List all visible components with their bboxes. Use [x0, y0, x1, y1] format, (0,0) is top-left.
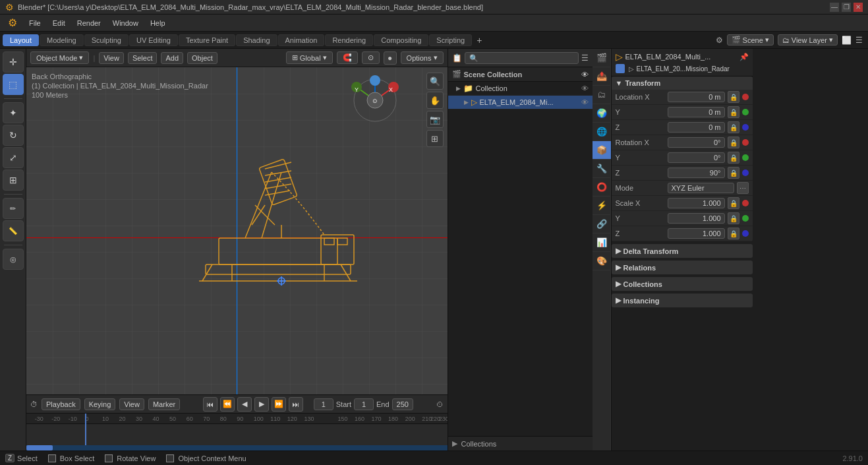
cursor-tool[interactable]: ✛	[3, 51, 24, 73]
select-menu[interactable]: Select	[128, 52, 158, 64]
play-reverse-button[interactable]: ◀	[237, 397, 252, 412]
viewport-canvas[interactable]: Back Orthographic (1) Collection | ELTA_…	[26, 67, 448, 394]
jump-end-button[interactable]: ⏭	[289, 397, 303, 412]
menu-window[interactable]: Window	[107, 18, 144, 28]
scene-properties-tab[interactable]: 🌍	[593, 104, 611, 123]
transform-tool[interactable]: ⊞	[3, 170, 24, 191]
titlebar-controls[interactable]: — ❐ ✕	[830, 3, 863, 12]
rotation-z-value[interactable]: 90°	[668, 168, 725, 178]
scale-x-lock[interactable]: 🔒	[728, 197, 739, 209]
scene-selector[interactable]: 🎬 Scene ▾	[727, 34, 774, 46]
tab-uv-editing[interactable]: UV Editing	[129, 34, 178, 46]
collection-visibility-icon[interactable]: 👁	[581, 84, 589, 92]
tab-scripting[interactable]: Scripting	[429, 34, 472, 46]
options-button[interactable]: Options ▾	[401, 51, 444, 64]
camera-view-tool[interactable]: 📷	[426, 111, 444, 128]
mode-extra[interactable]: ⋯	[737, 182, 749, 194]
play-button[interactable]: ▶	[254, 397, 269, 412]
select-tool[interactable]: ⬚	[3, 74, 24, 95]
world-properties-tab[interactable]: 🌐	[593, 123, 611, 141]
scale-z-lock[interactable]: 🔒	[728, 228, 739, 239]
add-menu[interactable]: Add	[161, 52, 183, 64]
object-menu[interactable]: Object	[187, 52, 217, 64]
measure-tool[interactable]: 📏	[3, 220, 24, 241]
modifier-properties-tab[interactable]: 🔧	[593, 160, 611, 178]
timeline-scroll-bar[interactable]	[26, 445, 448, 450]
transform-section-header[interactable]: ▼ Transform	[612, 77, 753, 90]
viewlayer-properties-tab[interactable]: 🗂	[593, 86, 611, 104]
snapping-toggle[interactable]: 🧲	[337, 51, 358, 64]
object-mode-selector[interactable]: Object Mode ▾	[30, 51, 89, 64]
playback-button[interactable]: Playback	[42, 398, 80, 410]
material-tab[interactable]: 🎨	[593, 252, 611, 270]
pin-icon[interactable]: 📌	[739, 53, 749, 61]
relations-header[interactable]: ▶ Relations	[612, 261, 753, 274]
tab-compositing[interactable]: Compositing	[374, 34, 428, 46]
particles-tab[interactable]: ⭕	[593, 178, 611, 197]
location-z-lock[interactable]: 🔒	[728, 121, 739, 133]
view-button[interactable]: View	[119, 398, 144, 410]
add-workspace-button[interactable]: +	[473, 34, 486, 47]
location-y-value[interactable]: 0 m	[668, 107, 725, 117]
location-x-value[interactable]: 0 m	[668, 92, 725, 102]
tab-rendering[interactable]: Rendering	[325, 34, 373, 46]
visibility-icon[interactable]: 👁	[581, 71, 589, 78]
navigation-gizmo[interactable]: X Y ⊙	[349, 74, 401, 127]
menu-file[interactable]: File	[24, 18, 46, 28]
keying-button[interactable]: Keying	[84, 398, 116, 410]
rotation-z-lock[interactable]: 🔒	[728, 167, 739, 179]
current-frame-display[interactable]: 1	[314, 398, 333, 410]
location-x-lock[interactable]: 🔒	[728, 91, 739, 103]
tab-layout[interactable]: Layout	[3, 34, 39, 46]
start-frame-display[interactable]: 1	[354, 398, 374, 410]
location-y-lock[interactable]: 🔒	[728, 106, 739, 118]
menu-edit[interactable]: Edit	[47, 18, 71, 28]
scale-y-lock[interactable]: 🔒	[728, 212, 739, 224]
end-frame-display[interactable]: 250	[392, 398, 413, 410]
physics-tab[interactable]: ⚡	[593, 197, 611, 215]
timeline-scroll-thumb[interactable]	[26, 445, 53, 450]
transform-orientation[interactable]: ⊞ Global ▾	[286, 51, 333, 64]
marker-button[interactable]: Marker	[148, 398, 180, 410]
rotation-x-lock[interactable]: 🔒	[728, 137, 739, 148]
menu-help[interactable]: Help	[145, 18, 171, 28]
pan-tool[interactable]: ✋	[426, 92, 444, 109]
delta-transform-header[interactable]: ▶ Delta Transform	[612, 244, 753, 258]
mode-value[interactable]: XYZ Euler	[668, 183, 734, 193]
scale-y-value[interactable]: 1.000	[668, 213, 725, 224]
tab-animation[interactable]: Animation	[278, 34, 325, 46]
object-origin-tool[interactable]: ◎	[3, 249, 24, 270]
close-button[interactable]: ✕	[854, 3, 863, 12]
timeline-body[interactable]: -30 -20 -10 0 10 20 30 40 50 60 70 80 90…	[26, 414, 448, 450]
collection-item-root[interactable]: ▶ 📁 Collection 👁	[448, 82, 593, 96]
location-z-value[interactable]: 0 m	[668, 122, 725, 133]
proportional-edit[interactable]: ⊙	[362, 51, 380, 64]
tab-modeling[interactable]: Modeling	[40, 34, 84, 46]
jump-start-button[interactable]: ⏮	[203, 397, 217, 412]
rotation-y-lock[interactable]: 🔒	[728, 152, 739, 164]
rotate-tool[interactable]: ↻	[3, 125, 24, 146]
rotation-x-value[interactable]: 0°	[668, 137, 725, 148]
data-tab[interactable]: 📊	[593, 233, 611, 252]
outliner-search[interactable]	[465, 52, 579, 64]
collections-header[interactable]: ▶ Collections	[612, 277, 753, 291]
annotate-tool[interactable]: ✏	[3, 198, 24, 219]
menu-blender[interactable]: ⚙	[3, 15, 22, 30]
minimize-button[interactable]: —	[830, 3, 839, 12]
move-tool[interactable]: ✦	[3, 102, 24, 123]
tab-sculpting[interactable]: Sculpting	[84, 34, 129, 46]
quad-view-tool[interactable]: ⊞	[426, 130, 444, 147]
viewport-shading-solid[interactable]: ●	[384, 51, 397, 65]
scale-x-value[interactable]: 1.000	[668, 198, 725, 208]
constraints-tab[interactable]: 🔗	[593, 215, 611, 233]
output-properties-tab[interactable]: 📤	[593, 67, 611, 86]
tab-texture-paint[interactable]: Texture Paint	[179, 34, 235, 46]
next-keyframe-button[interactable]: ⏩	[272, 397, 286, 412]
object-properties-tab[interactable]: 📦	[593, 141, 611, 160]
menu-render[interactable]: Render	[72, 18, 106, 28]
tab-shading[interactable]: Shading	[236, 34, 277, 46]
render-properties-tab[interactable]: 🎬	[593, 49, 611, 67]
zoom-tool[interactable]: 🔍	[426, 73, 444, 90]
viewlayer-selector[interactable]: 🗂 View Layer ▾	[778, 34, 838, 46]
collection-item-elta[interactable]: ▶ ▷ ELTA_ELM_2084_Mi... 👁	[448, 96, 593, 109]
